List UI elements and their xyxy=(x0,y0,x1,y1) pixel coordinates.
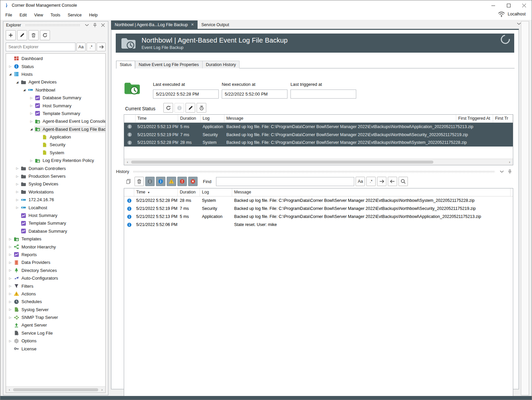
reset-timer-button[interactable] xyxy=(197,103,206,113)
tree-item-workstations[interactable]: Workstations xyxy=(20,188,56,195)
tab-duration-history[interactable]: Duration History xyxy=(203,61,240,68)
pin-icon[interactable] xyxy=(92,22,98,28)
menu-edit[interactable]: Edit xyxy=(16,11,31,19)
menu-file[interactable]: File xyxy=(2,11,16,19)
explorer-hscrollbar[interactable]: ‹ › xyxy=(6,386,105,393)
tree-item-security[interactable]: Security xyxy=(41,141,68,148)
expander-collapsed-icon[interactable]: ▷ xyxy=(7,237,13,241)
tree-item-schedules[interactable]: Schedules xyxy=(13,298,45,305)
delete-button[interactable] xyxy=(29,30,39,40)
last-executed-at-input[interactable] xyxy=(153,90,219,99)
status-row[interactable]: 5/21/2022 5:52:28 PM28 msSystemBacked up… xyxy=(124,138,513,147)
regex-button[interactable]: .* xyxy=(87,43,96,51)
status-hscrollbar[interactable]: ‹› xyxy=(124,159,513,165)
go-button[interactable] xyxy=(97,43,106,51)
edit-button[interactable] xyxy=(185,103,195,113)
expander-collapsed-icon[interactable]: ▷ xyxy=(7,316,13,319)
tree-item-template-summary[interactable]: Template Summary xyxy=(20,220,69,227)
status-row[interactable]: 5/21/2022 5:52:13 PM5 msApplicationBacke… xyxy=(124,123,513,131)
scroll-right-icon[interactable]: › xyxy=(507,159,512,165)
info-button[interactable] xyxy=(174,103,184,113)
expander-collapsed-icon[interactable]: ▷ xyxy=(29,96,34,100)
expander-collapsed-icon[interactable]: ▷ xyxy=(7,339,13,343)
expander-collapsed-icon[interactable]: ▷ xyxy=(7,277,13,280)
expander-collapsed-icon[interactable]: ▷ xyxy=(7,292,13,295)
scroll-left-icon[interactable]: ‹ xyxy=(7,387,12,393)
search-button[interactable] xyxy=(398,177,408,186)
expander-expanded-icon[interactable]: ◢ xyxy=(14,80,20,84)
expander-collapsed-icon[interactable]: ▷ xyxy=(7,65,13,68)
close-panel-icon[interactable] xyxy=(100,22,106,28)
scroll-thumb[interactable] xyxy=(131,161,433,164)
tree-item-auto-configurators[interactable]: Auto-Configurators xyxy=(13,275,61,282)
column-header[interactable]: First Triggered At xyxy=(456,115,493,122)
tree-item-hosts[interactable]: Hosts xyxy=(13,71,35,77)
tree-item-syslog-devices[interactable]: Syslog Devices xyxy=(20,181,61,187)
expander-collapsed-icon[interactable]: ▷ xyxy=(29,120,34,123)
refresh-button[interactable] xyxy=(163,103,173,113)
document-tab[interactable]: Service Output xyxy=(198,20,233,29)
tree-item-status[interactable]: Status xyxy=(13,63,37,70)
tree-item-application[interactable]: Application xyxy=(41,134,74,140)
expander-collapsed-icon[interactable]: ▷ xyxy=(7,253,13,256)
tree-item-agent-based-event-log-consolidation[interactable]: Agent-Based Event Log Consolidation xyxy=(34,118,105,125)
column-header[interactable]: Log xyxy=(201,115,224,122)
tree-item-host-summary[interactable]: Host Summary xyxy=(20,212,60,219)
column-header[interactable]: Time▼ xyxy=(134,188,178,196)
expander-collapsed-icon[interactable]: ▷ xyxy=(14,182,20,186)
close-tab-icon[interactable]: ✕ xyxy=(191,22,194,27)
tree-item-domain-controllers[interactable]: Domain Controllers xyxy=(20,165,68,172)
history-row[interactable]: 5/21/2022 5:52:06 PMState reset. User: m… xyxy=(124,221,513,229)
match-case-button[interactable]: Aa xyxy=(356,177,365,186)
chevron-down-icon[interactable] xyxy=(499,169,505,174)
drag-grip[interactable] xyxy=(133,171,495,173)
menu-view[interactable]: View xyxy=(31,11,47,19)
document-tab[interactable]: Northbowl | Agent-Ba...Log File Backup✕ xyxy=(111,20,198,29)
menu-help[interactable]: Help xyxy=(85,11,101,19)
expander-collapsed-icon[interactable]: ▷ xyxy=(29,112,34,115)
autohide-panel-gutter[interactable] xyxy=(521,21,529,395)
filter-info-gray-toggle[interactable] xyxy=(145,177,155,186)
tree-item-directory-services[interactable]: Directory Services xyxy=(13,267,59,274)
filter-critical-toggle[interactable] xyxy=(188,177,198,186)
tree-item-filters[interactable]: Filters xyxy=(13,283,36,289)
expander-collapsed-icon[interactable]: ▷ xyxy=(14,198,20,202)
tree-item-database-summary[interactable]: Database Summary xyxy=(34,95,84,101)
tree-item-agent-devices[interactable]: Agent Devices xyxy=(20,79,59,85)
column-header[interactable]: First Tr xyxy=(493,115,513,122)
regex-button[interactable]: .* xyxy=(366,177,376,186)
search-input[interactable] xyxy=(6,43,75,51)
copy-button[interactable] xyxy=(124,177,133,186)
menu-tools[interactable]: Tools xyxy=(47,11,64,19)
tree-item-template-summary[interactable]: Template Summary xyxy=(34,110,83,117)
tree-item-dashboard[interactable]: Dashboard xyxy=(13,55,46,62)
column-header[interactable]: Duration xyxy=(178,188,200,196)
status-row[interactable]: 5/21/2022 5:52:19 PM7 msSecurityBacked u… xyxy=(124,131,513,139)
find-next-button[interactable] xyxy=(377,177,386,186)
column-header[interactable]: Log xyxy=(200,188,232,196)
tree-item-data-providers[interactable]: Data Providers xyxy=(13,259,53,266)
expander-expanded-icon[interactable]: ◢ xyxy=(7,72,13,76)
tree-item-agent-server[interactable]: Agent Server xyxy=(13,322,50,329)
expander-expanded-icon[interactable]: ◢ xyxy=(21,88,27,92)
column-header[interactable]: Message xyxy=(232,188,511,196)
tree-item-reports[interactable]: Reports xyxy=(13,251,40,258)
history-row[interactable]: 5/21/2022 5:52:13 PM5 msApplicationBacke… xyxy=(124,213,513,221)
minimize-button[interactable] xyxy=(485,0,501,10)
expander-expanded-icon[interactable]: ◢ xyxy=(29,127,34,131)
tab-native-event-log-file-properties[interactable]: Native Event Log File Properties xyxy=(135,61,202,68)
next-execution-at-input[interactable] xyxy=(222,90,287,99)
maximize-button[interactable] xyxy=(501,0,516,10)
tree-item-license[interactable]: License xyxy=(13,345,39,352)
tree-item-log-entry-retention-policy[interactable]: Log Entry Retention Policy xyxy=(34,157,97,164)
tree-item-actions[interactable]: Actions xyxy=(13,290,39,297)
expander-collapsed-icon[interactable]: ▷ xyxy=(29,159,34,162)
tree-item-templates[interactable]: Templates xyxy=(13,236,44,242)
expander-collapsed-icon[interactable]: ▷ xyxy=(29,104,34,107)
expander-collapsed-icon[interactable]: ▷ xyxy=(14,167,20,170)
drag-grip[interactable] xyxy=(25,24,80,26)
tree-item-host-summary[interactable]: Host Summary xyxy=(34,102,74,109)
last-triggered-at-input[interactable] xyxy=(290,90,356,99)
tree-item-agent-based-event-log-file-backup[interactable]: Agent-Based Event Log File Backup xyxy=(34,126,105,132)
refresh-button[interactable] xyxy=(40,30,50,40)
